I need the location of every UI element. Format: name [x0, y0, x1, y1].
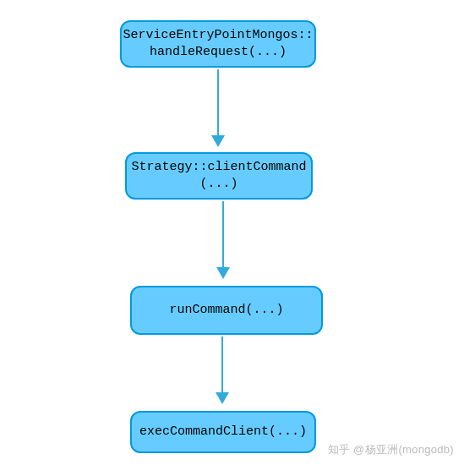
node-service-entry-point: ServiceEntryPointMongos:: handleRequest(… [120, 20, 316, 68]
node-exec-command-client: execCommandClient(...) [130, 411, 316, 453]
arrow-1 [217, 69, 219, 145]
arrow-2 [222, 201, 224, 277]
arrow-3 [221, 336, 223, 402]
node-strategy-client-command: Strategy::clientCommand (...) [125, 152, 313, 200]
watermark: 知乎 @杨亚洲(mongodb) [328, 442, 454, 457]
node-run-command: runCommand(...) [130, 286, 323, 335]
